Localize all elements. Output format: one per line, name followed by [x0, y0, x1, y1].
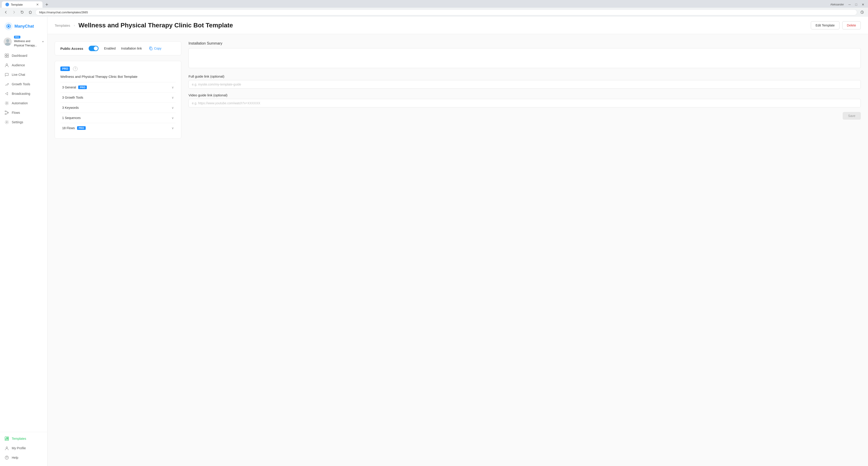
sidebar-logo-text: ManyChat — [14, 24, 34, 29]
save-button[interactable]: Save — [843, 112, 861, 120]
home-button[interactable] — [27, 9, 33, 16]
sidebar-item-live-chat[interactable]: Live Chat — [0, 70, 47, 79]
browser-toolbar: https://manychat.com/templates/2665 — [0, 8, 868, 17]
avatar — [4, 37, 12, 46]
template-item-keywords[interactable]: 3 Keywords ∨ — [60, 103, 176, 113]
url-text: https://manychat.com/templates/2665 — [39, 11, 853, 14]
sidebar-item-live-chat-label: Live Chat — [12, 73, 25, 77]
sidebar-account[interactable]: PRO Wellness and Physical Therapy... ▾ — [0, 34, 47, 51]
sidebar-item-my-profile-label: My Profile — [12, 446, 26, 450]
template-item-growth-text: 3 Growth Tools — [62, 96, 83, 99]
summary-textarea[interactable] — [188, 48, 861, 68]
sidebar-item-audience[interactable]: Audience — [0, 60, 47, 70]
sidebar-item-growth-tools[interactable]: Growth Tools — [0, 79, 47, 89]
tab-close-button[interactable]: ✕ — [36, 3, 39, 6]
main-content: Templates › Wellness and Physical Therap… — [48, 17, 868, 466]
template-item-sequences[interactable]: 1 Sequences ∨ — [60, 113, 176, 123]
template-card-name: Wellness and Physical Therapy Clinic Bot… — [60, 75, 176, 79]
svg-point-14 — [6, 122, 7, 123]
public-access-toggle[interactable] — [89, 46, 98, 51]
template-item-flows[interactable]: 18 Flows PRO ∨ — [60, 123, 176, 133]
sidebar-item-broadcasting[interactable]: Broadcasting — [0, 89, 47, 98]
browser-tab[interactable]: Template ✕ — [2, 1, 42, 8]
delete-button[interactable]: Delete — [842, 21, 861, 29]
browser-titlebar: Template ✕ Aleksander ─ □ ✕ — [0, 0, 868, 8]
template-item-keywords-label: 3 Keywords — [62, 106, 79, 110]
new-tab-button[interactable] — [43, 1, 50, 8]
sidebar-item-growth-tools-label: Growth Tools — [12, 82, 30, 86]
sidebar-nav: Dashboard Audience Live Chat Growth Tool… — [0, 51, 47, 432]
sidebar-item-my-profile[interactable]: My Profile — [0, 443, 47, 453]
template-item-flows-text: 18 Flows — [62, 126, 75, 130]
browser-user-label: Aleksander — [829, 3, 846, 6]
svg-rect-18 — [5, 439, 8, 440]
sidebar-item-templates[interactable]: Templates — [0, 434, 47, 443]
favicon-icon — [5, 3, 9, 6]
manychat-logo-icon — [4, 22, 13, 30]
public-access-label: Public Access — [60, 47, 83, 51]
back-button[interactable] — [3, 9, 9, 16]
maximize-button[interactable]: □ — [854, 2, 859, 7]
account-name: Wellness and Physical Therapy... — [14, 39, 37, 47]
template-item-growth-tools[interactable]: 3 Growth Tools ∨ — [60, 92, 176, 103]
sidebar-item-dashboard[interactable]: Dashboard — [0, 51, 47, 60]
copy-label: Copy — [154, 47, 161, 50]
svg-point-10 — [6, 103, 7, 104]
help-circle-icon[interactable]: ? — [73, 66, 78, 71]
templates-icon — [4, 436, 9, 441]
template-item-flows-badge: PRO — [77, 126, 86, 130]
copy-button[interactable]: Copy — [147, 46, 163, 51]
chevron-down-icon-flows: ∨ — [172, 126, 174, 130]
header-actions: Edit Template Delete — [811, 21, 861, 29]
left-panel: Public Access Enabled Installation link … — [55, 41, 181, 459]
sidebar: ManyChat PRO Wellness and Physical Thera… — [0, 17, 48, 466]
svg-rect-8 — [7, 56, 8, 57]
install-link-label: Installation link — [121, 47, 142, 50]
copy-icon — [149, 47, 153, 50]
svg-rect-22 — [150, 48, 152, 50]
svg-rect-7 — [5, 56, 6, 57]
right-panel: Installation Summary Full guide link (op… — [188, 41, 861, 459]
tab-title: Template — [11, 3, 23, 6]
sidebar-bottom: Templates My Profile Help — [0, 432, 47, 462]
save-btn-row: Save — [188, 112, 861, 120]
forward-button[interactable] — [11, 9, 17, 16]
video-link-input[interactable] — [188, 99, 861, 108]
minimize-button[interactable]: ─ — [847, 2, 852, 7]
refresh-button[interactable] — [19, 9, 25, 16]
extensions-button[interactable] — [859, 9, 865, 16]
svg-point-19 — [6, 447, 7, 448]
guide-link-input[interactable] — [188, 80, 861, 89]
account-chevron-icon: ▾ — [42, 40, 43, 43]
sidebar-item-settings-label: Settings — [12, 120, 23, 124]
guide-link-label: Full guide link (optional) — [188, 75, 861, 78]
template-item-general-label: 3 General PRO — [62, 86, 87, 89]
sidebar-item-automation[interactable]: Automation — [0, 98, 47, 108]
sidebar-item-automation-label: Automation — [12, 101, 28, 105]
window-close-button[interactable]: ✕ — [860, 2, 866, 7]
public-access-bar: Public Access Enabled Installation link … — [55, 41, 181, 55]
edit-template-button[interactable]: Edit Template — [811, 21, 839, 29]
sidebar-item-flows[interactable]: Flows — [0, 108, 47, 117]
chevron-down-icon-growth: ∨ — [172, 96, 174, 99]
sidebar-item-templates-label: Templates — [12, 437, 26, 440]
template-item-general-badge: PRO — [78, 86, 87, 89]
chat-icon — [4, 72, 9, 77]
growth-icon — [4, 82, 9, 86]
svg-rect-5 — [5, 54, 6, 55]
breadcrumb-separator: › — [74, 24, 75, 27]
template-item-general[interactable]: 3 General PRO ∨ — [60, 82, 176, 92]
breadcrumb[interactable]: Templates — [55, 24, 70, 27]
sidebar-logo[interactable]: ManyChat — [0, 20, 47, 34]
flows-icon — [4, 110, 9, 115]
sidebar-item-broadcasting-label: Broadcasting — [12, 92, 30, 95]
profile-icon — [4, 446, 9, 450]
chevron-down-icon-keywords: ∨ — [172, 106, 174, 110]
sidebar-item-help[interactable]: Help — [0, 453, 47, 462]
template-item-keywords-text: 3 Keywords — [62, 106, 79, 110]
svg-rect-11 — [5, 111, 6, 112]
address-bar[interactable]: https://manychat.com/templates/2665 — [35, 9, 857, 16]
browser-chrome: Template ✕ Aleksander ─ □ ✕ https://many… — [0, 0, 868, 17]
sidebar-item-settings[interactable]: Settings — [0, 117, 47, 127]
sidebar-item-audience-label: Audience — [12, 63, 25, 67]
